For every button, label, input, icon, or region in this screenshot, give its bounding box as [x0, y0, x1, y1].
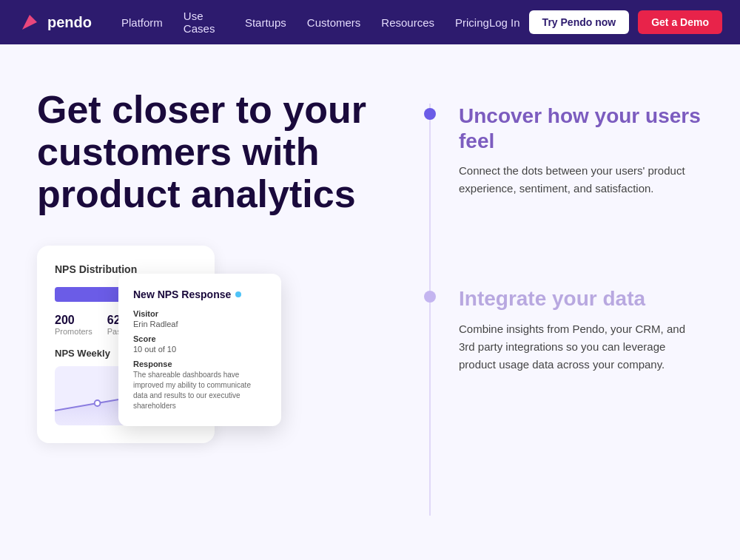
popup-response-text: The shareable dashboards have improved m… [133, 370, 266, 411]
logo[interactable]: pendo [18, 10, 92, 34]
popup-visitor-label: Visitor [133, 309, 266, 318]
popup-dot [235, 291, 241, 297]
hero-title: Get closer to your customers with produc… [37, 89, 385, 216]
right-panel: Uncover how your users feel Connect the … [414, 44, 740, 560]
feature-1-dot [424, 108, 436, 120]
feature-1-title: Uncover how your users feel [459, 104, 710, 153]
login-button[interactable]: Log In [489, 16, 520, 29]
svg-point-0 [95, 400, 101, 406]
nav-actions: Log In Try Pendo now Get a Demo [489, 10, 722, 34]
nps-stat-promoters: 200 Promoters [55, 314, 92, 336]
popup-header: New NPS Response [133, 289, 266, 300]
popup-score-value: 10 out of 10 [133, 345, 266, 354]
nav-resources[interactable]: Resources [381, 16, 434, 29]
popup-title: New NPS Response [133, 289, 231, 300]
nav-platform[interactable]: Platform [121, 16, 163, 29]
feature-2-dot [424, 291, 436, 303]
nav-use-cases[interactable]: Use Cases [184, 10, 224, 35]
nps-popup: New NPS Response Visitor Erin Radleaf Sc… [118, 274, 281, 426]
popup-score-label: Score [133, 334, 266, 343]
nav-links: Platform Use Cases Startups Customers Re… [121, 10, 489, 35]
popup-response-label: Response [133, 360, 266, 368]
popup-visitor-value: Erin Radleaf [133, 320, 266, 328]
logo-text: pendo [47, 14, 92, 31]
nav-customers[interactable]: Customers [307, 16, 361, 29]
feature-2: Integrate your data Combine insights fro… [429, 286, 710, 374]
feature-1: Uncover how your users feel Connect the … [429, 104, 710, 198]
navigation: pendo Platform Use Cases Startups Custom… [0, 0, 740, 44]
nav-startups[interactable]: Startups [245, 16, 286, 29]
feature-1-desc: Connect the dots between your users' pro… [459, 162, 696, 198]
demo-button[interactable]: Get a Demo [638, 10, 722, 34]
left-panel: Get closer to your customers with produc… [0, 44, 414, 560]
feature-2-desc: Combine insights from Pendo, your CRM, a… [459, 320, 696, 374]
try-button[interactable]: Try Pendo now [529, 10, 630, 34]
feature-2-title: Integrate your data [459, 286, 710, 311]
nav-pricing[interactable]: Pricing [455, 16, 489, 29]
main-content: Get closer to your customers with produc… [0, 44, 740, 560]
